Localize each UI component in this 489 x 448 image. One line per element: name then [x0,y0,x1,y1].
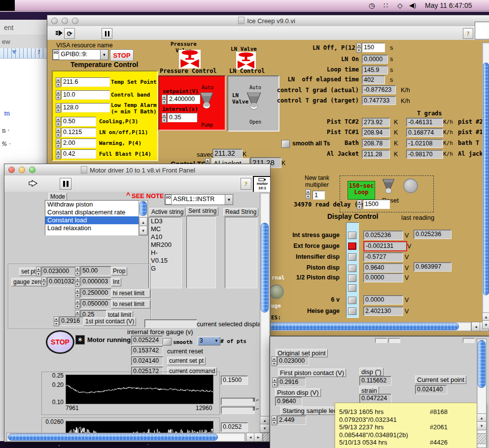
temp-setpoint-spinner[interactable]: ▲▼ [56,77,61,87]
list-item[interactable]: H- [149,249,181,257]
heise-led[interactable] [348,308,356,315]
pause-button[interactable] [102,28,112,39]
low-temp-alarm-spinner[interactable]: ▲▼ [56,103,61,113]
setpoint-field[interactable]: 2.400000 [167,95,200,104]
chevron-down-icon[interactable]: ▼ [100,50,108,60]
bottom-resize-grip[interactable] [477,433,487,444]
motor-vscrollbar-thumb[interactable] [261,223,269,312]
close-button[interactable] [51,18,58,24]
motor-hscrollbar[interactable] [6,433,245,442]
smooth-checkbox[interactable] [163,338,172,345]
first-piston-contact-spinner[interactable]: ▲▼ [272,378,277,387]
gauge-zero-spinner[interactable]: ▲▼ [41,277,46,287]
spaces-icon[interactable]: ∷ [384,1,388,9]
pause-button[interactable] [60,178,71,190]
read-string-list[interactable] [225,217,257,288]
int-field[interactable]: 0.000003 [80,277,111,286]
mode-item[interactable]: Withdraw piston [45,201,139,208]
full-blast-spinner[interactable]: ▲▼ [56,149,61,159]
visa-resource-combo[interactable]: I/O GPIB0::9: ▼ [52,49,108,60]
motor-running-led[interactable]: ∗ [75,335,85,345]
active-string-list[interactable]: LD3 MC A10 MR200 H- V0.15 G [148,217,182,288]
hi-reset-spinner[interactable]: ▲▼ [75,288,80,298]
six-v-led[interactable] [348,297,356,304]
stop-button[interactable]: STOP [110,49,134,61]
mode-item[interactable]: Load relaxation [45,224,139,232]
new-tank-spinner[interactable]: ▲▼ [306,189,311,200]
ice-titlebar[interactable]: Ice Creep v9.0.vi [47,15,489,27]
chevron-down-icon[interactable]: ▼ [225,195,233,205]
starting-sample-length-field[interactable]: 2.449 [277,415,306,425]
first-pist-field[interactable]: 0.2916 [59,316,84,326]
ln-off-spinner[interactable]: ▲▼ [356,43,361,53]
list-item[interactable]: MR200 [149,241,181,249]
bottom-vscrollbar-thumb[interactable] [478,340,486,388]
list-item[interactable]: LD3 [149,217,181,225]
list-item[interactable]: MC [149,225,181,233]
ln-off-field[interactable]: 150 [362,43,385,52]
lo-reset-field[interactable]: 0.050000 [80,299,111,309]
interval-field[interactable]: 0.35 [167,113,197,122]
piston-disp-led[interactable] [348,265,356,272]
minimize-button[interactable] [19,167,25,173]
motor-hscroll-right-arrow[interactable]: ▸ [254,433,263,442]
zoom-button[interactable] [72,18,78,24]
prop-spinner[interactable]: ▲▼ [75,266,80,276]
zoom-button[interactable] [29,167,35,173]
set-pt-field[interactable]: 0.023000 [41,267,76,276]
ice-vscrollbar-track[interactable] [482,42,489,313]
doc-ruler[interactable]: 7 [0,48,47,59]
ln-onoff-field[interactable]: 0.1215 [61,128,96,137]
loop-150sec-button[interactable]: 150-sec Loop [348,181,375,200]
chart1-scale-icons[interactable]: ⫴ ⌐ [253,406,259,412]
gauge-knob-fragment[interactable] [269,284,284,299]
help-button[interactable]: ? [463,28,473,39]
ice-vscrollbar-thumb[interactable] [483,63,489,295]
pressure-valve-knob[interactable] [199,91,214,110]
intensifier-led[interactable] [348,253,356,261]
cooling-field[interactable]: 0.50 [61,117,96,126]
list-item[interactable]: V0.15 [149,257,181,265]
hi-reset-field[interactable]: 0.250000 [80,288,111,298]
help-button[interactable]: ? [241,178,251,190]
motor-resize-grip[interactable] [263,433,270,442]
reset-indicator-circle[interactable] [403,178,418,193]
ln-onoff-spinner[interactable]: ▲▼ [56,128,61,138]
mode-item-selected[interactable]: Constant load [45,216,139,224]
list-item[interactable]: A10 [149,233,181,241]
temp-setpoint-field[interactable]: 211.6 [61,77,110,87]
chart1-scale-icons[interactable]: ⫴ ⌐ [253,397,259,403]
set-pt-spinner[interactable]: ▲▼ [36,267,41,276]
chart1-scale-box[interactable] [221,398,255,405]
num-pts-dropdown[interactable]: 3▼ [198,337,220,345]
close-button[interactable] [8,167,15,173]
prop-field[interactable]: 50.00 [80,266,111,276]
warming-field[interactable]: 2.00 [61,138,96,148]
time-machine-icon[interactable]: ◷ [369,1,375,9]
original-setpoint-field[interactable]: 0.023000 [277,356,309,366]
mode-list-scrollbar[interactable]: ▴ ▾ [139,200,148,236]
spotlight-icon[interactable]: ◇ [397,1,403,9]
low-temp-alarm-field[interactable]: 128.0 [61,103,110,112]
run-arrow-icon[interactable] [55,30,63,36]
int-stress-led[interactable] [348,232,356,239]
setpoint-spinner[interactable]: ▲▼ [162,95,167,104]
new-tank-field[interactable]: 1 [313,191,325,200]
lo-reset-spinner[interactable]: ▲▼ [75,299,80,309]
bottom-vscrollbar-track[interactable] [477,339,487,448]
motor-stop-button[interactable]: STOP [46,330,74,354]
half-piston-led[interactable] [348,275,356,282]
bottom-vscroll-down-arrow[interactable]: ▾ [477,421,487,430]
run-arrow-icon[interactable] [28,179,38,187]
sent-string-list[interactable] [186,216,216,288]
motor-vscroll-down-arrow[interactable]: ▾ [260,424,270,433]
motor-hscrollbar-thumb[interactable] [8,434,218,441]
minimize-button[interactable] [62,18,68,24]
first-piston-contact-field[interactable]: 0.2916 [278,378,306,387]
volume-icon[interactable]: ◀) [409,1,416,9]
spare-led[interactable] [348,284,356,292]
cooling-spinner[interactable]: ▲▼ [56,117,61,127]
motor-vscrollbar-track[interactable] [260,193,270,432]
control-band-spinner[interactable]: ▲▼ [56,90,61,100]
smooth-all-ts-checkbox[interactable] [281,140,290,148]
